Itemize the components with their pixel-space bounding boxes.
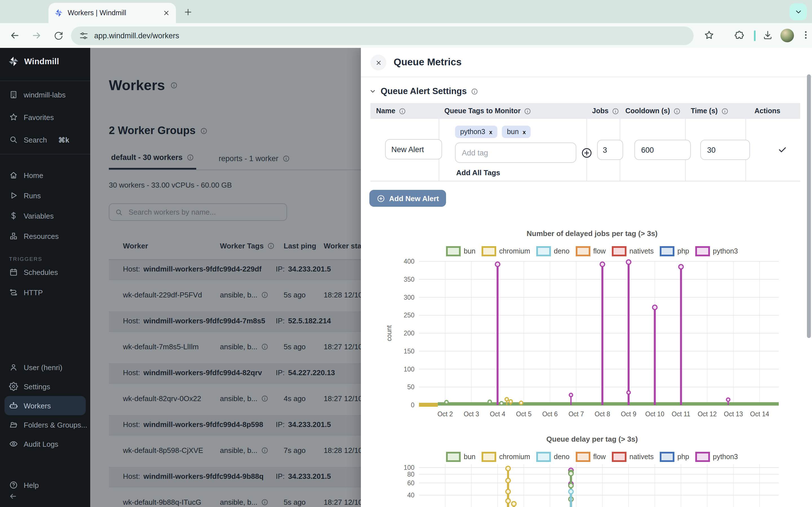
svg-text:Oct 10: Oct 10 <box>645 410 665 418</box>
legend-item-bun: bun <box>446 452 476 462</box>
svg-text:Oct 3: Oct 3 <box>463 410 479 418</box>
downloads-icon[interactable] <box>762 30 773 41</box>
time-input[interactable] <box>700 140 750 160</box>
sidebar-item-home[interactable]: Home <box>0 165 90 185</box>
cooldown-input[interactable] <box>635 140 691 160</box>
svg-text:count: count <box>386 325 393 341</box>
queue-delay-chart-title: Queue delay per tag (> 3s) <box>384 435 801 443</box>
alert-column-header: Queue Tags to Monitor <box>439 103 587 119</box>
plus-circle-icon <box>377 194 385 203</box>
alert-column-header: Name <box>370 103 439 119</box>
alert-name-input[interactable] <box>385 139 442 159</box>
browser-menu-icon[interactable] <box>801 30 811 40</box>
svg-text:Oct 2: Oct 2 <box>437 410 453 418</box>
remove-tag-icon[interactable]: x <box>523 129 526 135</box>
tag-chip-python3: python3x <box>455 126 497 138</box>
sidebar-item-label: Runs <box>24 191 41 200</box>
drawer-scrollbar-thumb[interactable] <box>807 74 811 338</box>
windmill-logo[interactable]: Windmill <box>8 56 59 67</box>
back-button[interactable] <box>9 30 20 41</box>
info-icon[interactable] <box>721 107 728 115</box>
sidebar-item-search[interactable]: Search⌘k <box>0 128 90 151</box>
screen: Workers | Windmill app.windmill.dev/work… <box>0 0 812 507</box>
tab-search-button[interactable] <box>790 3 807 20</box>
add-tag-button[interactable] <box>581 147 593 159</box>
svg-text:Oct 6: Oct 6 <box>542 410 558 418</box>
drawer-divider <box>361 76 812 77</box>
svg-text:150: 150 <box>404 348 414 355</box>
alert-column-header: Time (s) <box>685 103 746 119</box>
sidebar-divider <box>0 154 90 154</box>
add-tag-input[interactable] <box>455 143 576 163</box>
help-icon <box>9 481 18 490</box>
sidebar-item-label: Schedules <box>24 268 58 276</box>
collapse-sidebar-icon[interactable] <box>8 492 17 501</box>
sidebar-item-schedules[interactable]: Schedules <box>0 262 90 282</box>
browser-tab[interactable]: Workers | Windmill <box>49 3 176 23</box>
sidebar-item-user-henri[interactable]: User (henri) <box>0 358 90 377</box>
folder-icon <box>9 420 18 429</box>
brand-name: Windmill <box>24 57 59 66</box>
new-tab-button[interactable] <box>183 7 193 17</box>
reload-button[interactable] <box>53 31 63 41</box>
alert-row: python3xbunx Add All Tags <box>370 119 800 181</box>
chevron-down-icon <box>794 7 803 16</box>
bookmark-star-icon[interactable] <box>704 30 714 41</box>
boxes-icon <box>9 231 18 240</box>
sidebar-item-runs[interactable]: Runs <box>0 185 90 206</box>
sidebar-item-http[interactable]: HTTP <box>0 282 90 302</box>
site-settings-icon[interactable] <box>79 31 89 41</box>
legend-item-php: php <box>660 452 689 462</box>
avatar[interactable] <box>780 29 794 42</box>
extensions-icon[interactable] <box>733 30 744 41</box>
sidebar-item-workers[interactable]: Workers <box>4 396 86 415</box>
queue-delay-chart-legend: bunchromiumdenoflownativetsphppython3 <box>384 452 801 462</box>
sidebar: Windmill windmill-labsFavoritesSearch⌘k … <box>0 48 90 507</box>
info-icon[interactable] <box>673 107 680 115</box>
sidebar-item-settings[interactable]: Settings <box>0 377 90 396</box>
search-icon <box>9 135 18 144</box>
info-icon[interactable] <box>399 107 406 115</box>
toolbar-divider <box>754 31 756 41</box>
close-drawer-button[interactable] <box>370 55 386 70</box>
remove-tag-icon[interactable]: x <box>489 129 492 135</box>
queue-alert-settings-section[interactable]: Queue Alert Settings <box>369 86 478 96</box>
svg-text:Oct 7: Oct 7 <box>568 410 584 418</box>
triggers-section-label: TRIGGERS <box>9 256 42 262</box>
delayed-jobs-chart: 050100150200250300350400Oct 2Oct 3Oct 4O… <box>384 249 801 425</box>
sidebar-item-folders-groups[interactable]: Folders & Groups... <box>0 415 90 434</box>
sidebar-item-help[interactable]: Help <box>0 478 90 492</box>
section-title: Queue Alert Settings <box>380 86 467 96</box>
forward-button[interactable] <box>31 30 42 41</box>
queue-metrics-drawer: Queue Metrics Queue Alert Settings NameQ… <box>361 48 812 507</box>
alert-column-header: Actions <box>746 103 800 119</box>
sidebar-item-label: Workers <box>24 401 51 410</box>
add-all-tags-link[interactable]: Add All Tags <box>456 168 500 177</box>
browser-toolbar: app.windmill.dev/workers <box>0 23 812 48</box>
tag-chip-label: bun <box>507 128 519 136</box>
info-icon[interactable] <box>612 107 619 115</box>
sidebar-item-resources[interactable]: Resources <box>0 226 90 246</box>
add-new-alert-button[interactable]: Add New Alert <box>369 190 446 207</box>
sidebar-item-label: Search <box>24 135 47 144</box>
shortcut-hint: ⌘k <box>58 135 69 144</box>
sidebar-item-label: Folders & Groups... <box>24 420 87 429</box>
legend-item-nativets: nativets <box>612 452 654 462</box>
info-icon[interactable] <box>524 107 531 115</box>
svg-text:0: 0 <box>411 401 414 409</box>
sidebar-item-windmill-labs[interactable]: windmill-labs <box>0 83 90 106</box>
sidebar-item-variables[interactable]: Variables <box>0 206 90 226</box>
sidebar-item-audit-logs[interactable]: Audit Logs <box>0 434 90 453</box>
jobs-input[interactable] <box>597 140 623 160</box>
route-icon <box>9 288 18 297</box>
svg-text:Oct 14: Oct 14 <box>750 410 769 418</box>
tab-close-icon[interactable] <box>162 9 170 17</box>
confirm-alert-button[interactable] <box>777 145 787 154</box>
legend-item-deno: deno <box>536 452 569 462</box>
info-icon[interactable] <box>470 88 478 95</box>
svg-text:Oct 8: Oct 8 <box>595 410 610 418</box>
svg-text:50: 50 <box>407 383 414 391</box>
sidebar-item-label: Favorites <box>24 113 54 121</box>
sidebar-item-favorites[interactable]: Favorites <box>0 106 90 128</box>
url-bar[interactable]: app.windmill.dev/workers <box>71 26 694 45</box>
